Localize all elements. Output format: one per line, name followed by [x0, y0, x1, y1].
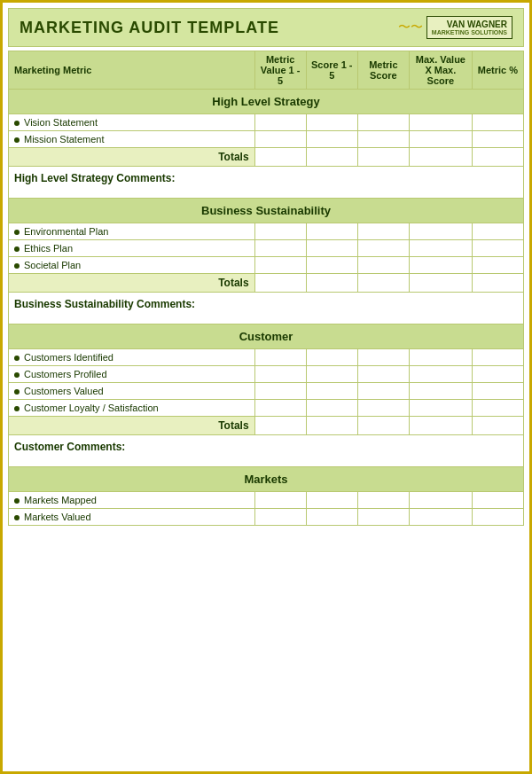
comments-row-customer: Customer Comments: — [9, 435, 524, 467]
item-label: Customers Profiled — [9, 366, 255, 383]
totals-row-high-level-strategy: Totals — [9, 148, 524, 167]
metric-pct-cell — [472, 114, 523, 131]
metric-pct-cell — [472, 349, 523, 366]
metric-value-cell[interactable] — [254, 114, 306, 131]
comments-row-high-level-strategy: High Level Strategy Comments: — [9, 167, 524, 199]
table-row: Customers Valued — [9, 383, 524, 400]
comments-label-customer: Customer Comments: — [9, 435, 524, 467]
metric-score-cell — [357, 240, 409, 257]
score-cell[interactable] — [306, 509, 357, 526]
max-value-cell — [409, 383, 472, 400]
col-header-metric: Marketing Metric — [9, 51, 255, 90]
metric-score-cell — [357, 400, 409, 417]
metric-pct-cell — [472, 492, 523, 509]
page-title: MARKETING AUDIT TEMPLATE — [20, 19, 279, 37]
metric-pct-cell — [472, 131, 523, 148]
bullet-icon — [14, 230, 20, 235]
totals-row-business-sustainability: Totals — [9, 274, 524, 293]
totals-ms — [357, 417, 409, 435]
logo-brand: VAN WAGNER — [447, 20, 507, 29]
bullet-icon — [14, 246, 20, 252]
table-row: Customer Loyalty / Satisfaction — [9, 400, 524, 417]
metric-value-cell[interactable] — [254, 349, 306, 366]
score-cell[interactable] — [306, 223, 357, 240]
metric-value-cell[interactable] — [254, 366, 306, 383]
section-header-customer: Customer — [9, 324, 524, 349]
table-row: Markets Valued — [9, 509, 524, 526]
metric-value-cell[interactable] — [254, 400, 306, 417]
bullet-icon — [14, 121, 20, 126]
score-cell[interactable] — [306, 257, 357, 274]
max-value-cell — [409, 509, 472, 526]
score-cell[interactable] — [306, 366, 357, 383]
table-row: Markets Mapped — [9, 492, 524, 509]
col-header-pct: Metric % — [472, 51, 523, 90]
score-cell[interactable] — [306, 400, 357, 417]
item-label: Societal Plan — [9, 257, 255, 274]
section-title-high-level-strategy: High Level Strategy — [9, 90, 524, 114]
totals-row-customer: Totals — [9, 417, 524, 435]
page: MARKETING AUDIT TEMPLATE 〜〜 VAN WAGNER M… — [0, 0, 532, 774]
metric-value-cell[interactable] — [254, 240, 306, 257]
table-row: Societal Plan — [9, 257, 524, 274]
totals-mv — [254, 417, 306, 435]
logo-text: VAN WAGNER MARKETING SOLUTIONS — [426, 16, 512, 39]
score-cell[interactable] — [306, 492, 357, 509]
metric-value-cell[interactable] — [254, 383, 306, 400]
metric-score-cell — [357, 509, 409, 526]
totals-max — [409, 148, 472, 167]
score-cell[interactable] — [306, 114, 357, 131]
score-cell[interactable] — [306, 349, 357, 366]
bullet-icon — [14, 389, 20, 395]
score-cell[interactable] — [306, 383, 357, 400]
col-header-score: Score 1 - 5 — [306, 51, 357, 90]
metric-score-cell — [357, 366, 409, 383]
table-row: Customers Identified — [9, 349, 524, 366]
score-cell[interactable] — [306, 131, 357, 148]
totals-score — [306, 148, 357, 167]
item-label: Customers Valued — [9, 383, 255, 400]
section-title-markets: Markets — [9, 467, 524, 492]
metric-score-cell — [357, 257, 409, 274]
page-header: MARKETING AUDIT TEMPLATE 〜〜 VAN WAGNER M… — [8, 8, 524, 47]
table-row: Customers Profiled — [9, 366, 524, 383]
metric-value-cell[interactable] — [254, 509, 306, 526]
metric-pct-cell — [472, 509, 523, 526]
score-cell[interactable] — [306, 240, 357, 257]
max-value-cell — [409, 492, 472, 509]
section-title-customer: Customer — [9, 324, 524, 349]
table-row: Mission Statement — [9, 131, 524, 148]
logo-sub: MARKETING SOLUTIONS — [432, 29, 507, 35]
metric-value-cell[interactable] — [254, 223, 306, 240]
wave-icon: 〜〜 — [398, 20, 423, 35]
section-header-business-sustainability: Business Sustainability — [9, 199, 524, 223]
bullet-icon — [14, 137, 20, 143]
max-value-cell — [409, 131, 472, 148]
totals-score — [306, 417, 357, 435]
bullet-icon — [14, 372, 20, 378]
comments-row-business-sustainability: Business Sustainability Comments: — [9, 293, 524, 324]
item-label: Markets Valued — [9, 509, 255, 526]
max-value-cell — [409, 366, 472, 383]
metric-value-cell[interactable] — [254, 131, 306, 148]
bullet-icon — [14, 263, 20, 269]
metric-pct-cell — [472, 257, 523, 274]
bullet-icon — [14, 356, 20, 361]
max-value-cell — [409, 114, 472, 131]
comments-label-business-sustainability: Business Sustainability Comments: — [9, 293, 524, 324]
totals-ms — [357, 148, 409, 167]
metric-pct-cell — [472, 366, 523, 383]
metric-value-cell[interactable] — [254, 257, 306, 274]
metric-value-cell[interactable] — [254, 492, 306, 509]
item-label: Vision Statement — [9, 114, 255, 131]
item-label: Markets Mapped — [9, 492, 255, 509]
totals-label: Totals — [9, 148, 255, 167]
metric-pct-cell — [472, 383, 523, 400]
totals-max — [409, 274, 472, 293]
max-value-cell — [409, 223, 472, 240]
max-value-cell — [409, 400, 472, 417]
logo: 〜〜 VAN WAGNER MARKETING SOLUTIONS — [398, 16, 512, 39]
section-header-high-level-strategy: High Level Strategy — [9, 90, 524, 114]
table-header-row: Marketing Metric Metric Value 1 - 5 Scor… — [9, 51, 524, 90]
item-label: Mission Statement — [9, 131, 255, 148]
